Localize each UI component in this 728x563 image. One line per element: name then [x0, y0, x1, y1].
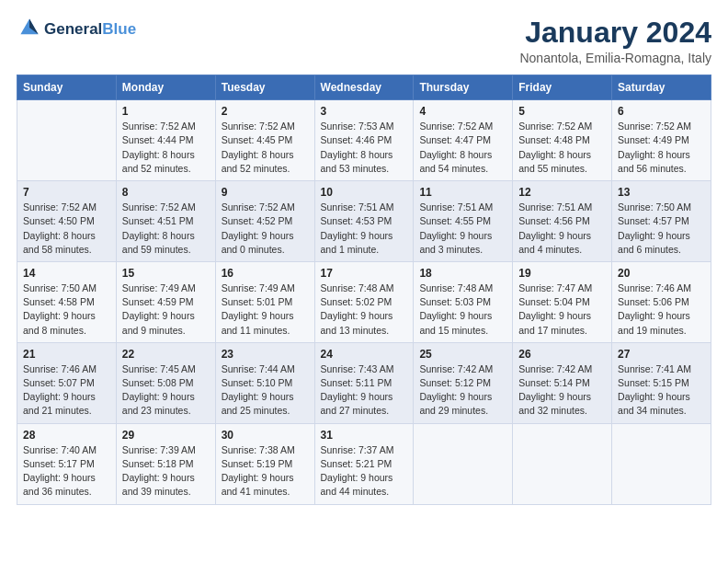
day-number: 8	[122, 186, 210, 199]
day-info: Sunrise: 7:52 AMSunset: 4:44 PMDaylight:…	[122, 120, 210, 176]
weekday-header-row: SundayMondayTuesdayWednesdayThursdayFrid…	[17, 75, 711, 100]
calendar-cell: 18Sunrise: 7:48 AMSunset: 5:03 PMDayligh…	[414, 261, 513, 342]
calendar-cell: 27Sunrise: 7:41 AMSunset: 5:15 PMDayligh…	[612, 342, 711, 423]
day-info: Sunrise: 7:40 AMSunset: 5:17 PMDaylight:…	[23, 443, 110, 500]
day-info: Sunrise: 7:44 AMSunset: 5:10 PMDaylight:…	[222, 362, 309, 419]
day-info: Sunrise: 7:45 AMSunset: 5:08 PMDaylight:…	[122, 362, 210, 419]
weekday-header-sunday: Sunday	[17, 75, 117, 100]
day-number: 18	[419, 267, 506, 280]
day-number: 5	[518, 105, 606, 118]
calendar-cell: 25Sunrise: 7:42 AMSunset: 5:12 PMDayligh…	[414, 342, 513, 423]
calendar-cell: 30Sunrise: 7:38 AMSunset: 5:19 PMDayligh…	[215, 423, 314, 504]
day-info: Sunrise: 7:51 AMSunset: 4:56 PMDaylight:…	[518, 201, 606, 257]
month-title: January 2024	[519, 17, 711, 49]
calendar-cell: 2Sunrise: 7:52 AMSunset: 4:45 PMDaylight…	[215, 100, 314, 181]
day-info: Sunrise: 7:43 AMSunset: 5:11 PMDaylight:…	[321, 362, 408, 419]
calendar-cell: 13Sunrise: 7:50 AMSunset: 4:57 PMDayligh…	[612, 181, 711, 262]
weekday-header-monday: Monday	[116, 75, 215, 100]
day-number: 7	[23, 186, 110, 199]
calendar-cell: 12Sunrise: 7:51 AMSunset: 4:56 PMDayligh…	[513, 181, 612, 262]
calendar-cell	[513, 423, 612, 504]
day-info: Sunrise: 7:52 AMSunset: 4:50 PMDaylight:…	[23, 201, 110, 257]
day-info: Sunrise: 7:41 AMSunset: 5:15 PMDaylight:…	[618, 362, 705, 419]
calendar-cell: 23Sunrise: 7:44 AMSunset: 5:10 PMDayligh…	[215, 342, 314, 423]
day-number: 23	[222, 348, 309, 361]
day-number: 21	[23, 348, 110, 361]
day-number: 14	[23, 267, 110, 280]
day-number: 9	[222, 186, 309, 199]
day-number: 17	[321, 267, 408, 280]
day-number: 16	[222, 267, 309, 280]
day-number: 30	[222, 429, 309, 442]
day-number: 3	[321, 105, 408, 118]
day-info: Sunrise: 7:46 AMSunset: 5:07 PMDaylight:…	[23, 362, 110, 419]
day-info: Sunrise: 7:48 AMSunset: 5:02 PMDaylight:…	[321, 282, 408, 338]
calendar-cell: 1Sunrise: 7:52 AMSunset: 4:44 PMDaylight…	[116, 100, 215, 181]
day-info: Sunrise: 7:37 AMSunset: 5:21 PMDaylight:…	[321, 443, 408, 500]
day-number: 25	[419, 348, 506, 361]
day-number: 24	[321, 348, 408, 361]
calendar-cell: 19Sunrise: 7:47 AMSunset: 5:04 PMDayligh…	[513, 261, 612, 342]
calendar-cell: 29Sunrise: 7:39 AMSunset: 5:18 PMDayligh…	[116, 423, 215, 504]
calendar-cell: 14Sunrise: 7:50 AMSunset: 4:58 PMDayligh…	[17, 261, 117, 342]
weekday-header-wednesday: Wednesday	[314, 75, 414, 100]
calendar-cell: 31Sunrise: 7:37 AMSunset: 5:21 PMDayligh…	[314, 423, 414, 504]
calendar-cell	[612, 423, 711, 504]
day-number: 4	[419, 105, 506, 118]
calendar-cell: 28Sunrise: 7:40 AMSunset: 5:17 PMDayligh…	[17, 423, 117, 504]
day-info: Sunrise: 7:49 AMSunset: 4:59 PMDaylight:…	[122, 282, 210, 338]
day-info: Sunrise: 7:51 AMSunset: 4:53 PMDaylight:…	[321, 201, 408, 257]
day-number: 6	[618, 105, 705, 118]
day-info: Sunrise: 7:52 AMSunset: 4:52 PMDaylight:…	[222, 201, 309, 257]
calendar-header: SundayMondayTuesdayWednesdayThursdayFrid…	[17, 75, 711, 100]
day-info: Sunrise: 7:48 AMSunset: 5:03 PMDaylight:…	[419, 282, 506, 338]
day-number: 2	[222, 105, 309, 118]
calendar-body: 1Sunrise: 7:52 AMSunset: 4:44 PMDaylight…	[17, 100, 711, 504]
day-info: Sunrise: 7:38 AMSunset: 5:19 PMDaylight:…	[222, 443, 309, 500]
day-number: 26	[518, 348, 606, 361]
day-info: Sunrise: 7:49 AMSunset: 5:01 PMDaylight:…	[222, 282, 309, 338]
location-title: Nonantola, Emilia-Romagna, Italy	[519, 51, 711, 65]
calendar-cell: 15Sunrise: 7:49 AMSunset: 4:59 PMDayligh…	[116, 261, 215, 342]
day-number: 1	[122, 105, 210, 118]
day-number: 19	[518, 267, 606, 280]
calendar-cell: 17Sunrise: 7:48 AMSunset: 5:02 PMDayligh…	[314, 261, 414, 342]
day-number: 10	[321, 186, 408, 199]
header: GeneralBlue January 2024 Nonantola, Emil…	[17, 17, 711, 65]
calendar-cell: 11Sunrise: 7:51 AMSunset: 4:55 PMDayligh…	[414, 181, 513, 262]
day-info: Sunrise: 7:52 AMSunset: 4:48 PMDaylight:…	[518, 120, 606, 176]
week-row-2: 7Sunrise: 7:52 AMSunset: 4:50 PMDaylight…	[17, 181, 711, 262]
day-info: Sunrise: 7:52 AMSunset: 4:47 PMDaylight:…	[419, 120, 506, 176]
calendar-cell: 26Sunrise: 7:42 AMSunset: 5:14 PMDayligh…	[513, 342, 612, 423]
calendar-table: SundayMondayTuesdayWednesdayThursdayFrid…	[17, 75, 711, 504]
week-row-3: 14Sunrise: 7:50 AMSunset: 4:58 PMDayligh…	[17, 261, 711, 342]
weekday-header-friday: Friday	[513, 75, 612, 100]
day-number: 15	[122, 267, 210, 280]
title-block: January 2024 Nonantola, Emilia-Romagna, …	[519, 17, 711, 65]
calendar-cell: 16Sunrise: 7:49 AMSunset: 5:01 PMDayligh…	[215, 261, 314, 342]
calendar-cell: 10Sunrise: 7:51 AMSunset: 4:53 PMDayligh…	[314, 181, 414, 262]
week-row-5: 28Sunrise: 7:40 AMSunset: 5:17 PMDayligh…	[17, 423, 711, 504]
day-info: Sunrise: 7:46 AMSunset: 5:06 PMDaylight:…	[618, 282, 705, 338]
day-number: 22	[122, 348, 210, 361]
calendar-cell: 22Sunrise: 7:45 AMSunset: 5:08 PMDayligh…	[116, 342, 215, 423]
day-info: Sunrise: 7:52 AMSunset: 4:45 PMDaylight:…	[222, 120, 309, 176]
day-info: Sunrise: 7:52 AMSunset: 4:51 PMDaylight:…	[122, 201, 210, 257]
day-info: Sunrise: 7:47 AMSunset: 5:04 PMDaylight:…	[518, 282, 606, 338]
week-row-1: 1Sunrise: 7:52 AMSunset: 4:44 PMDaylight…	[17, 100, 711, 181]
calendar-cell: 5Sunrise: 7:52 AMSunset: 4:48 PMDaylight…	[513, 100, 612, 181]
day-number: 29	[122, 429, 210, 442]
calendar-cell: 20Sunrise: 7:46 AMSunset: 5:06 PMDayligh…	[612, 261, 711, 342]
calendar-cell: 8Sunrise: 7:52 AMSunset: 4:51 PMDaylight…	[116, 181, 215, 262]
weekday-header-saturday: Saturday	[612, 75, 711, 100]
logo: GeneralBlue	[17, 17, 136, 42]
weekday-header-tuesday: Tuesday	[215, 75, 314, 100]
calendar-cell	[17, 100, 117, 181]
logo-text-general: GeneralBlue	[44, 21, 136, 39]
day-number: 20	[618, 267, 705, 280]
logo-text-blue: Blue	[102, 20, 136, 38]
calendar-cell: 21Sunrise: 7:46 AMSunset: 5:07 PMDayligh…	[17, 342, 117, 423]
weekday-header-thursday: Thursday	[414, 75, 513, 100]
day-info: Sunrise: 7:50 AMSunset: 4:58 PMDaylight:…	[23, 282, 110, 338]
day-info: Sunrise: 7:52 AMSunset: 4:49 PMDaylight:…	[618, 120, 705, 176]
